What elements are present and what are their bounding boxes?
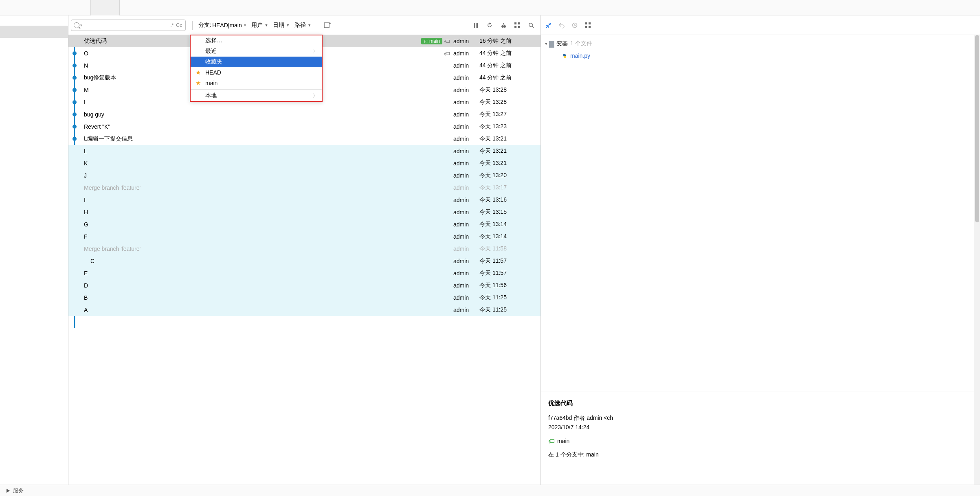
changed-files-tree: ▾ ▇ 变基 1 个文件 main.py [541,35,980,64]
svg-rect-40 [585,26,587,28]
commit-author: admin [453,233,479,240]
popup-select[interactable]: 选择… [191,35,322,46]
commit-date: 今天 13:21 [479,135,541,143]
log-search-box[interactable]: ▾ .* Cc [71,20,186,31]
svg-rect-0 [324,23,329,28]
commit-branch: main [557,437,569,446]
commit-hash-author: f77a64bd 作者 admin <ch [548,413,973,423]
svg-rect-4 [477,23,478,28]
commit-message: F [84,233,453,240]
commit-date: 今天 13:17 [479,184,541,191]
commit-row[interactable]: Iadmin今天 13:16 [68,194,541,206]
clear-branch-filter-icon[interactable]: × [244,22,247,28]
status-service-label[interactable]: 服务 [13,487,24,494]
tree-file-row[interactable]: main.py [545,50,976,62]
scrollbar-track[interactable] [974,35,980,485]
run-icon[interactable] [7,489,10,493]
commit-message: Merge branch 'feature' [84,184,453,191]
svg-rect-3 [474,23,475,28]
date-filter[interactable]: 日期 ▼ [271,21,291,30]
commit-author: admin [453,87,479,93]
commit-message: K [84,160,453,167]
commit-row[interactable]: Cadmin今天 11:57 [68,255,541,267]
cherry-pick-icon[interactable] [500,22,507,29]
commit-row[interactable]: bug guyadmin今天 13:27 [68,108,541,121]
svg-rect-38 [585,22,587,24]
commit-author: admin [453,50,479,57]
collapse-icon[interactable] [545,22,552,29]
commit-row[interactable]: Merge branch 'feature'admin今天 11:58 [68,243,541,255]
find-icon[interactable] [527,22,535,29]
pause-icon[interactable] [472,22,479,29]
commit-row[interactable]: Aadmin今天 11:25 [68,304,541,316]
path-filter[interactable]: 路径 ▼ [293,21,313,30]
commit-author: admin [453,75,479,81]
commit-date: 今天 13:14 [479,221,541,228]
branch-filter-label: 分支: [198,22,211,29]
left-spine-selected-row[interactable] [0,26,68,38]
popup-recent-label: 最近 [205,48,217,55]
commit-date: 今天 13:20 [479,172,541,179]
commit-row[interactable]: Merge branch 'feature'admin今天 13:17 [68,182,541,194]
commit-date: 今天 11:57 [479,270,541,277]
popup-main[interactable]: ★main [191,78,322,88]
commit-row[interactable]: L编辑一下提交信息admin今天 13:21 [68,133,541,145]
case-toggle[interactable]: Cc [176,22,182,28]
refresh-icon[interactable] [486,22,493,29]
popup-local[interactable]: 本地〉 [191,90,322,101]
commit-date: 今天 11:56 [479,282,541,289]
top-strip [0,0,980,15]
commit-message: A [84,307,453,313]
commit-message: D [84,282,453,289]
popup-main-label: main [205,80,218,86]
left-toolwindow-spine [0,15,68,485]
folder-count: 1 个文件 [570,40,592,47]
intellisort-icon[interactable] [514,22,521,29]
folder-label: 变基 [556,40,568,47]
star-icon: ★ [196,69,201,76]
group-icon[interactable] [584,22,591,29]
tree-folder-row[interactable]: ▾ ▇ 变基 1 个文件 [545,37,976,50]
undo-icon[interactable] [558,22,565,29]
search-dropdown-icon[interactable]: ▾ [80,23,82,27]
svg-point-11 [529,23,532,26]
editor-tab-ghost[interactable] [90,0,120,15]
commit-date: 今天 13:21 [479,147,541,155]
popup-head[interactable]: ★HEAD [191,67,322,78]
commit-message: I [84,197,453,203]
commit-author: admin [453,111,479,118]
commit-date: 今天 13:23 [479,123,541,130]
star-icon: ★ [196,79,201,87]
popup-recent[interactable]: 最近〉 [191,46,322,57]
regex-toggle[interactable]: .* [170,22,174,28]
commit-list[interactable]: 优选代码main🏷admin16 分钟 之前O🏷admin44 分钟 之前Nad… [68,35,541,485]
commit-row[interactable]: Dadmin今天 11:56 [68,279,541,292]
commit-date: 今天 11:25 [479,294,541,301]
commit-row[interactable]: Ladmin今天 13:21 [68,145,541,157]
popup-favorites-label: 收藏夹 [205,58,222,66]
commit-row[interactable]: Eadmin今天 11:57 [68,267,541,279]
commit-date: 今天 13:14 [479,233,541,240]
commit-row[interactable]: Jadmin今天 13:20 [68,169,541,182]
popup-favorites[interactable]: 收藏夹 [191,57,322,67]
tag-icon: 🏷 [548,436,555,447]
search-input[interactable] [85,22,169,28]
scrollbar-thumb[interactable] [975,35,979,222]
new-branch-icon[interactable] [323,22,332,29]
user-filter[interactable]: 用户 ▼ [250,21,270,30]
history-icon[interactable] [571,22,578,29]
status-bar: 服务 [0,485,980,496]
commit-row[interactable]: Revert "K"admin今天 13:23 [68,121,541,133]
commit-message: L [84,148,453,154]
commit-author: admin [453,307,479,313]
branch-filter-popup: 选择… 最近〉 收藏夹 ★HEAD ★main 本地〉 [190,35,323,102]
commit-row[interactable]: Hadmin今天 13:15 [68,206,541,218]
commit-row[interactable]: Kadmin今天 13:21 [68,157,541,169]
svg-rect-41 [589,26,591,28]
branch-filter[interactable]: 分支: HEAD|main × [197,21,248,30]
commit-row[interactable]: Fadmin今天 13:14 [68,230,541,243]
commit-message: G [84,221,453,228]
search-icon [74,22,79,28]
commit-row[interactable]: Badmin今天 11:25 [68,292,541,304]
commit-row[interactable]: Gadmin今天 13:14 [68,218,541,230]
